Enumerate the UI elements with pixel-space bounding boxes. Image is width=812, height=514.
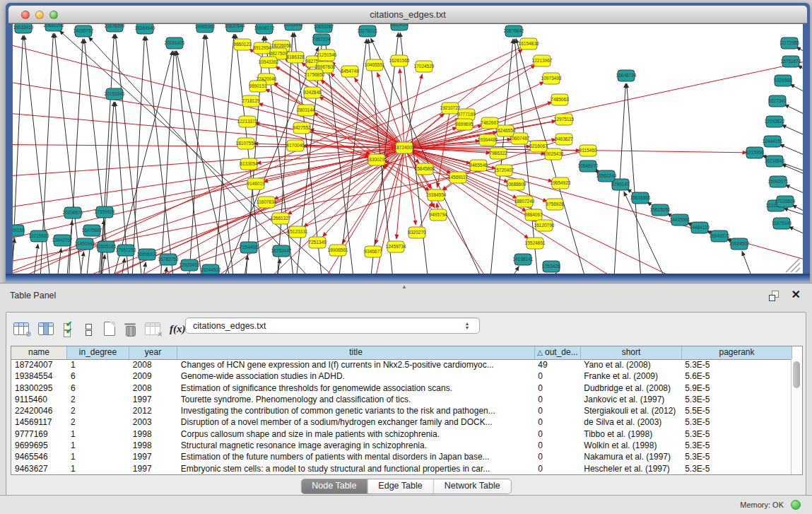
graph-edge[interactable] xyxy=(742,251,763,274)
table-cell: Stergiakouli et al. (2012) xyxy=(580,405,681,416)
graph-edge[interactable] xyxy=(404,74,422,148)
graph-node-label: 8799197 xyxy=(611,182,630,187)
graph-node-label: 16261565 xyxy=(389,58,410,63)
table-settings-icon[interactable]: ⚙ xyxy=(13,317,29,340)
tab-edge-table[interactable]: Edge Table xyxy=(367,479,433,493)
graph-node-label: 11013442 xyxy=(283,24,304,27)
table-row[interactable]: 2242004622012Investigating the contribut… xyxy=(11,405,792,416)
graph-edge[interactable] xyxy=(792,205,803,228)
graph-edge[interactable] xyxy=(139,262,146,274)
select-all-icon[interactable]: ✔ ✔ xyxy=(63,317,74,340)
tab-node-table[interactable]: Node Table xyxy=(301,479,367,493)
tab-network-table[interactable]: Network Table xyxy=(434,479,511,493)
close-panel-icon[interactable]: ✕ xyxy=(792,288,801,301)
table-row[interactable]: 911546021997Tourette syndrome. Phenomeno… xyxy=(11,394,792,405)
clear-selection-icon[interactable] xyxy=(83,317,95,340)
table-row[interactable]: 1456911722003Disruption of a novel membe… xyxy=(11,416,792,428)
column-header-short[interactable]: short xyxy=(581,346,682,359)
table-body[interactable]: 1872400712008Changes of HCN gene express… xyxy=(11,359,792,474)
column-header-title[interactable]: title xyxy=(177,346,535,359)
network-canvas[interactable]: 1872400798601238912954182260589827509105… xyxy=(13,24,803,274)
window-titlebar[interactable]: citations_edges.txt xyxy=(8,6,807,23)
column-header-in_degree[interactable]: in_degree xyxy=(67,346,129,359)
graph-node-label: 9346677 xyxy=(364,249,382,254)
table-row[interactable]: 977716911998Corpus callosum shape and si… xyxy=(11,428,792,440)
graph-edge[interactable] xyxy=(798,65,803,88)
panel-collapse-handle-icon[interactable]: ▲ xyxy=(401,284,407,290)
graph-edge[interactable] xyxy=(789,227,803,249)
graph-node-label: 9465546 xyxy=(469,163,488,168)
table-scrollbar[interactable] xyxy=(791,359,802,474)
graph-edge[interactable] xyxy=(235,34,265,274)
graph-node-label: 9884067 xyxy=(524,212,543,217)
float-panel-icon[interactable] xyxy=(768,290,779,301)
graph-edge[interactable] xyxy=(404,52,803,148)
graph-node-label: 6216067 xyxy=(529,144,548,148)
table-select-dropdown[interactable]: citations_edges.txt ▲▼ xyxy=(185,317,480,334)
table-cell: 5.3E-5 xyxy=(681,416,792,428)
network-graph-svg[interactable]: 1872400798601238912954182260589827509105… xyxy=(13,24,803,274)
column-header-year[interactable]: year xyxy=(129,346,177,359)
graph-node-label: 19908172 xyxy=(254,25,275,30)
table-row[interactable]: 1938455462009Genome-wide association stu… xyxy=(11,370,792,382)
graph-edge[interactable] xyxy=(13,31,404,148)
column-header-name[interactable]: name xyxy=(11,346,67,359)
column-header-out_de[interactable]: △out_de... xyxy=(535,346,581,359)
delete-table-icon[interactable]: ✕ xyxy=(145,317,160,340)
table-row[interactable]: 1830029562008Estimation of significance … xyxy=(11,382,792,394)
graph-edge[interactable] xyxy=(495,266,519,274)
graph-edge[interactable] xyxy=(782,125,803,150)
checkboxes-glyph: ✔ ✔ xyxy=(63,322,74,336)
function-builder-icon[interactable]: f(x) xyxy=(170,317,186,340)
graph-edge[interactable] xyxy=(790,84,803,109)
graph-edge[interactable] xyxy=(273,259,280,274)
graph-node-label: 16648794 xyxy=(616,73,637,78)
graph-node-label: 14569117 xyxy=(448,175,469,180)
table-panel: ▲ Table Panel ✕ ⚙ ✔ ✔ xyxy=(0,283,812,514)
column-header-label: in_degree xyxy=(79,347,117,357)
table-row[interactable]: 1872400712008Changes of HCN gene express… xyxy=(11,359,792,370)
table-row[interactable]: 946554611997Estimation of the future num… xyxy=(11,451,792,462)
network-view-window[interactable]: citations_edges.txt 18724007986012389129… xyxy=(6,3,810,283)
memory-ok-icon[interactable] xyxy=(791,500,801,510)
graph-node-label: 1753426 xyxy=(542,264,560,269)
graph-edge[interactable] xyxy=(13,35,23,274)
toggle-columns-icon[interactable] xyxy=(38,317,54,340)
graph-edge[interactable] xyxy=(115,34,145,274)
table-scrollbar-thumb[interactable] xyxy=(793,361,800,388)
table-cell: Hescheler et al. (1997) xyxy=(580,463,681,474)
graph-edge[interactable] xyxy=(146,36,177,274)
graph-node-label: 8215958 xyxy=(746,150,764,155)
new-table-icon[interactable] xyxy=(104,317,115,340)
graph-node-label: 20206576 xyxy=(63,210,83,215)
graph-edge[interactable] xyxy=(400,69,404,148)
graph-node-label: 15616366 xyxy=(630,195,651,200)
graph-node-label: 9427552 xyxy=(293,125,311,130)
graph-edge[interactable] xyxy=(627,83,642,274)
column-header-pagerank[interactable]: pagerank xyxy=(682,346,792,359)
delete-entries-icon[interactable] xyxy=(124,317,136,340)
table-cell: Tourette syndrome. Phenomenology and cla… xyxy=(177,394,535,405)
graph-edge[interactable] xyxy=(784,105,803,130)
column-header-label: short xyxy=(622,347,641,357)
resize-grip-icon[interactable] xyxy=(786,258,800,272)
graph-node-label: 9699695 xyxy=(455,122,473,127)
table-cell: de Silva et al. (2003) xyxy=(580,416,681,428)
table-row[interactable]: 969969511998Structural magnetic resonanc… xyxy=(11,440,792,451)
graph-node-label: 16975887 xyxy=(82,228,102,233)
graph-edge[interactable] xyxy=(13,148,404,180)
graph-node-label: 16958107 xyxy=(137,252,158,257)
graph-node-label: 7462667 xyxy=(481,120,499,125)
graph-node-label: 17957253 xyxy=(116,247,136,252)
graph-edge[interactable] xyxy=(404,148,529,239)
table-row[interactable]: 946362711997Embryonic stem cells: a mode… xyxy=(11,463,792,474)
trash-glyph xyxy=(124,322,136,336)
graph-node-label: 16949570 xyxy=(710,233,730,238)
graph-edge[interactable] xyxy=(624,192,678,274)
graph-edge[interactable] xyxy=(212,34,234,274)
graph-edge[interactable] xyxy=(30,244,38,274)
graph-node-label: 18300295 xyxy=(367,157,387,162)
graph-edge[interactable] xyxy=(244,36,264,274)
grid-glyph xyxy=(38,322,54,335)
graph-edge[interactable] xyxy=(613,83,625,274)
